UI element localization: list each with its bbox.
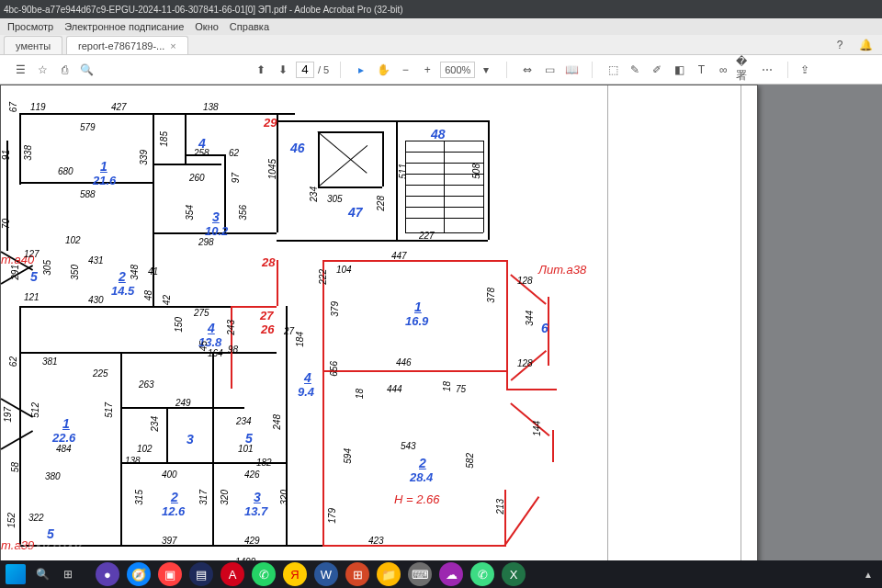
room-area: 10.2 [205,224,228,238]
app-icon[interactable]: 📁 [377,562,401,586]
menubar: Просмотр Электронное подписание Окно Спр… [0,18,882,35]
floor-plan: 1 21.6 2 14.5 3 10.2 4 4 13.8 5 1 22.6 [1,85,759,560]
room-area: 21.6 [93,174,116,187]
room-id: 1 [100,159,107,174]
room-id: 3 [212,209,220,224]
close-icon[interactable]: × [170,40,175,51]
titlebar: 4bc-90be-a77e944d67c9-EPGU-2024-11-06-30… [0,0,882,18]
app-icon[interactable]: ✆ [470,562,494,586]
room-area: 28.4 [410,470,433,484]
pointer-icon[interactable]: ▸ [352,61,370,79]
room-id: 47 [348,205,363,220]
room-id: 4 [304,370,311,385]
select-icon[interactable]: ⬚ [604,61,622,79]
taskview-icon[interactable]: ⊞ [59,565,77,583]
red-label: 28 [262,255,275,269]
app-icon[interactable]: ▣ [158,562,182,586]
search-icon[interactable]: 🔍 [77,61,96,79]
erase-icon[interactable]: ◧ [670,61,688,79]
page-total: / 5 [318,64,329,75]
app-icon[interactable]: ● [96,562,119,586]
page-indicator: / 5 [296,62,329,78]
room-area: 9.4 [298,385,314,399]
tab-document[interactable]: report-e7867189-... × [66,36,188,54]
system-tray[interactable]: ▲ [864,570,876,580]
text-icon[interactable]: T [692,61,710,79]
more-icon[interactable]: ⋯ [758,61,776,79]
app-icon[interactable]: ✆ [252,562,276,586]
start-button[interactable] [6,564,26,584]
room-area: 14.5 [111,284,134,298]
app-icon[interactable]: A [220,562,244,586]
fit-width-icon[interactable]: ⇔ [518,61,537,79]
red-label: 26 [261,322,274,336]
room-id: 1 [62,416,70,431]
watermark: Домклик [4,537,83,559]
search-taskbar-icon[interactable]: 🔍 [33,565,51,583]
chevron-down-icon[interactable]: ▾ [477,61,495,79]
highlight-icon[interactable]: ✎ [626,61,644,79]
tab-tools[interactable]: ументы [4,36,62,54]
height-label: H = 2.66 [394,492,440,506]
room-id: 2 [171,490,178,504]
zoom-value[interactable]: 600% [440,62,475,78]
app-icon[interactable]: W [314,562,338,586]
room-id: 2 [419,456,426,470]
zoom-in-icon[interactable]: + [418,61,436,79]
red-label: 27 [260,309,273,322]
room-area: 22.6 [52,431,75,445]
fit-page-icon[interactable]: ▭ [540,61,559,79]
hand-icon[interactable]: ✋ [374,61,392,79]
sidebar-toggle-icon[interactable]: ☰ [11,61,29,79]
zoom-out-icon[interactable]: − [396,61,414,79]
red-label: 29 [264,116,277,130]
toolbar: ☰ ☆ ⎙ 🔍 ⬆ ⬇ / 5 ▸ ✋ − + 600% ▾ ⇔ [0,55,882,85]
room-id: 2 [119,269,126,284]
app-icon[interactable]: ⊞ [345,562,369,586]
room-id: 4 [208,321,215,335]
room-id: 1 [414,300,422,314]
document-viewport[interactable]: 1 21.6 2 14.5 3 10.2 4 4 13.8 5 1 22.6 [0,85,882,560]
room-id: 6 [541,321,548,335]
bell-icon[interactable]: 🔔 [856,36,875,54]
app-icon[interactable]: X [502,562,526,586]
app-icon[interactable]: ⌨ [408,562,432,586]
help-icon[interactable]: ? [831,36,849,54]
app-icon[interactable]: ▤ [189,562,213,586]
menu-help[interactable]: Справка [230,21,269,32]
app-icon[interactable]: Я [283,562,307,586]
page-up-icon[interactable]: ⬆ [252,61,270,79]
app-icon[interactable]: 🧭 [127,562,151,586]
lit-label: Лит.а38 [538,263,586,277]
pdf-page: 1 21.6 2 14.5 3 10.2 4 4 13.8 5 1 22.6 [0,85,758,560]
tray-icon[interactable]: ▲ [864,570,873,580]
sign-icon[interactable]: �署 [736,61,754,79]
print-icon[interactable]: ⎙ [55,61,74,79]
room-id: 3 [254,490,261,504]
room-area: 12.6 [162,504,185,518]
share-icon[interactable]: ⇪ [796,61,814,79]
page-down-icon[interactable]: ⬇ [274,61,292,79]
draw-icon[interactable]: ✐ [648,61,666,79]
room-area: 13.7 [244,504,267,518]
room-id: 3 [187,432,194,447]
menu-view[interactable]: Просмотр [7,21,53,32]
star-icon[interactable]: ☆ [33,61,51,79]
taskbar: 🔍 ⊞ ● 🧭 ▣ ▤ A ✆ Я W ⊞ 📁 ⌨ ☁ ✆ X ▲ [0,560,882,588]
menu-window[interactable]: Окно [195,21,219,32]
read-mode-icon[interactable]: 📖 [562,61,581,79]
room-id: 46 [290,141,305,155]
tab-row: ументы report-e7867189-... × ? 🔔 [0,35,882,55]
menu-sign[interactable]: Электронное подписание [64,21,184,32]
room-id: 5 [30,269,38,284]
app-icon[interactable]: ☁ [439,562,463,586]
tab-document-label: report-e7867189-... [78,40,164,51]
page-input[interactable] [296,62,314,78]
window-title: 4bc-90be-a77e944d67c9-EPGU-2024-11-06-30… [4,5,878,15]
room-id: 48 [431,127,446,141]
room-area: 16.9 [405,314,428,328]
stamp-icon[interactable]: ∞ [714,61,732,79]
